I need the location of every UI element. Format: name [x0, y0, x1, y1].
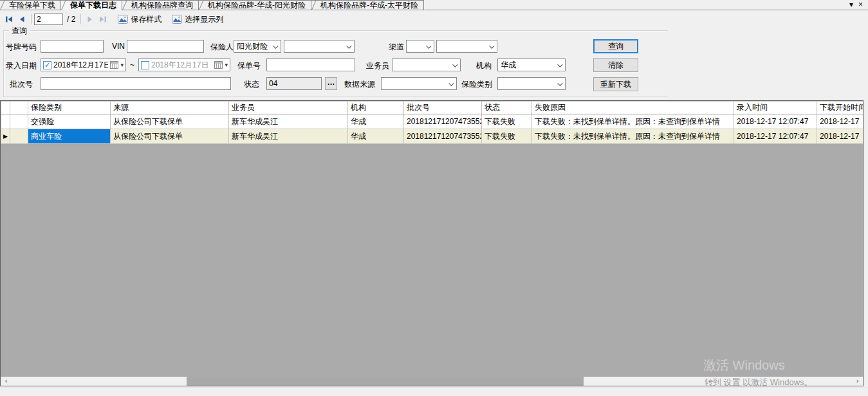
col-download-start[interactable]: 下载开始时间	[817, 102, 864, 114]
bottom-strip	[0, 387, 868, 396]
insurer-select[interactable]: 阳光财险	[234, 40, 281, 53]
org-select[interactable]: 华成	[497, 59, 566, 71]
status-label: 状态	[244, 79, 259, 90]
save-style-button[interactable]: 保存样式	[116, 14, 163, 26]
tab-org-brand-yangguang[interactable]: 机构保险品牌-华成-阳光财险	[199, 0, 311, 10]
col-entry-time[interactable]: 录入时间	[734, 102, 817, 114]
data-source-select[interactable]	[381, 77, 457, 90]
col-blank	[10, 102, 28, 114]
chevron-down-icon	[273, 43, 278, 48]
choose-columns-button[interactable]: 选择显示列	[170, 14, 225, 26]
tab-org-brand-taiping[interactable]: 机构保险品牌-华成-太平财险	[311, 0, 424, 10]
salesman-cell[interactable]: 新车华成吴江	[229, 114, 348, 129]
chevron-down-icon	[557, 80, 562, 86]
data-grid: 保险类别 来源 业务员 机构 批次号 状态 失败原因 录入时间 下载开始时间 交…	[0, 100, 863, 386]
blank-cell	[10, 129, 28, 144]
scroll-right-icon[interactable]: ›	[852, 377, 863, 386]
plate-number-input[interactable]	[41, 40, 104, 53]
channel-sub-select[interactable]	[436, 40, 497, 53]
entry-time-cell[interactable]: 2018-12-17 12:07:47	[734, 129, 817, 144]
scroll-left-icon[interactable]: ‹	[1, 377, 12, 386]
date-range-separator: ~	[130, 60, 134, 69]
next-page-icon[interactable]	[86, 15, 95, 24]
tab-org-brand-query[interactable]: 机构保险品牌查询	[122, 0, 199, 10]
toolbar-separator	[80, 14, 81, 24]
date-from-value: 2018年12月17日	[53, 60, 108, 71]
download-start-cell[interactable]: 2018-12-17	[817, 129, 864, 144]
download-start-cell[interactable]: 2018-12-17	[817, 114, 864, 129]
insurer-label: 保险人	[210, 42, 234, 53]
clear-button[interactable]: 清除	[593, 58, 638, 72]
tab-controls: ▾×	[847, 0, 865, 10]
col-salesman[interactable]: 业务员	[229, 102, 348, 114]
chevron-down-icon	[346, 43, 351, 48]
table-row-selected[interactable]: ▶ 商业车险 从保险公司下载保单 新车华成吴江 华成 2018121712074…	[1, 129, 864, 144]
chevron-down-icon	[426, 43, 431, 48]
redownload-button[interactable]: 重新下载	[593, 77, 638, 91]
dropdown-arrow-icon[interactable]: ▾	[225, 62, 228, 68]
status-cell[interactable]: 下载失败	[482, 114, 532, 129]
org-cell[interactable]: 华成	[348, 129, 404, 144]
table-row[interactable]: 交强险 从保险公司下载保单 新车华成吴江 华成 2018121712074735…	[1, 114, 864, 129]
batch-no-input[interactable]	[41, 77, 231, 90]
last-page-icon[interactable]	[98, 15, 107, 24]
picture-icon	[118, 15, 128, 24]
source-cell[interactable]: 从保险公司下载保单	[111, 129, 229, 144]
status-input[interactable]	[266, 77, 322, 90]
checkbox-unchecked-icon[interactable]	[141, 61, 149, 69]
col-fail-reason[interactable]: 失败原因	[532, 102, 734, 114]
page-total-label: / 2	[67, 15, 75, 24]
entry-date-to-picker[interactable]: 2018年12月17日 ▾	[138, 59, 230, 71]
first-page-icon[interactable]	[5, 15, 14, 24]
col-status[interactable]: 状态	[482, 102, 532, 114]
insurer-value: 阳光财险	[237, 41, 268, 52]
save-style-label: 保存样式	[131, 14, 162, 25]
batch-no-cell[interactable]: 201812171207473552	[404, 114, 482, 129]
vin-input[interactable]	[127, 40, 204, 53]
status-picker-button[interactable]: …	[325, 77, 337, 90]
fail-reason-cell[interactable]: 下载失败：未找到保单详情。原因：未查询到保单详情	[532, 129, 734, 144]
insurer-sub-select[interactable]	[284, 40, 355, 53]
channel-select[interactable]	[406, 40, 434, 53]
choose-columns-label: 选择显示列	[185, 14, 223, 25]
col-batch-no[interactable]: 批次号	[404, 102, 482, 114]
picture-icon	[172, 15, 182, 24]
tab-vehicle-policy-download[interactable]: 车险保单下载	[0, 0, 61, 10]
current-row-marker-icon: ▶	[3, 133, 8, 140]
tab-policy-download-log[interactable]: 保单下载日志	[61, 0, 122, 10]
query-group-title: 查询	[9, 26, 30, 37]
search-button[interactable]: 查询	[593, 39, 638, 53]
insurance-type-select[interactable]	[497, 77, 566, 90]
horizontal-scrollbar[interactable]: ‹ ›	[1, 377, 863, 386]
entry-time-cell[interactable]: 2018-12-17 12:07:47	[734, 114, 817, 129]
calendar-icon	[214, 61, 223, 69]
salesman-cell[interactable]: 新车华成吴江	[229, 129, 348, 144]
policy-no-input[interactable]	[266, 59, 355, 71]
batch-no-label: 批次号	[10, 79, 33, 90]
col-insurance-type[interactable]: 保险类别	[28, 102, 111, 114]
fail-reason-cell[interactable]: 下载失败：未找到保单详情。原因：未查询到保单详情	[532, 114, 734, 129]
salesman-select[interactable]	[392, 59, 461, 71]
batch-no-cell[interactable]: 201812171207473552	[404, 129, 482, 144]
table-header-row: 保险类别 来源 业务员 机构 批次号 状态 失败原因 录入时间 下载开始时间	[1, 102, 864, 114]
prev-page-icon[interactable]	[17, 15, 26, 24]
status-cell[interactable]: 下载失败	[482, 129, 532, 144]
insurance-type-label: 保险类别	[461, 79, 492, 90]
entry-date-from-picker[interactable]: ✓ 2018年12月17日 ▾	[41, 59, 126, 71]
org-label: 机构	[476, 60, 492, 71]
tab-overflow-icon[interactable]: ▾	[847, 0, 856, 9]
checkbox-checked-icon[interactable]: ✓	[43, 61, 51, 69]
source-cell[interactable]: 从保险公司下载保单	[111, 114, 229, 129]
chevron-down-icon	[452, 62, 457, 67]
insurance-type-cell-selected[interactable]: 商业车险	[28, 129, 111, 144]
close-icon[interactable]: ×	[856, 0, 865, 9]
insurance-type-cell[interactable]: 交强险	[28, 114, 111, 129]
scrollbar-thumb[interactable]	[187, 377, 584, 386]
dropdown-arrow-icon[interactable]: ▾	[120, 62, 124, 68]
chevron-down-icon	[489, 43, 494, 48]
page-number-input[interactable]	[34, 14, 63, 25]
col-org[interactable]: 机构	[348, 102, 404, 114]
org-value: 华成	[501, 60, 516, 71]
org-cell[interactable]: 华成	[348, 114, 404, 129]
col-source[interactable]: 来源	[111, 102, 229, 114]
